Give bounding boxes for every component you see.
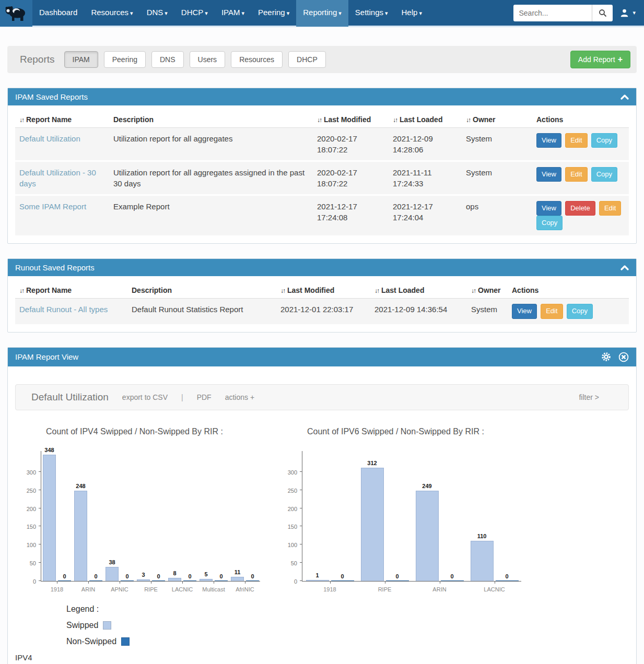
x-tick-mark <box>245 581 245 584</box>
add-report-button[interactable]: Add Report+ <box>570 51 630 68</box>
owner: System <box>467 299 508 325</box>
y-tick-mark <box>39 562 41 563</box>
column-header-description[interactable]: Description <box>109 112 313 128</box>
report-link[interactable]: Some IPAM Report <box>19 202 86 211</box>
column-header-owner[interactable]: ↓↑Owner <box>467 282 508 299</box>
swipped-bar <box>471 541 494 580</box>
nav-item-dhcp[interactable]: DHCP▾ <box>174 0 215 27</box>
swipped-bar <box>74 491 87 580</box>
x-tick-mark <box>182 581 183 584</box>
chevron-down-icon: ▾ <box>385 10 388 16</box>
tab-dns[interactable]: DNS <box>151 51 184 68</box>
column-header-last-loaded[interactable]: ↓↑Last Loaded <box>370 282 467 299</box>
copy-button[interactable]: Copy <box>536 216 563 230</box>
global-search <box>513 5 613 21</box>
sort-icon: ↓↑ <box>317 116 321 124</box>
chevron-down-icon: ▾ <box>165 10 168 16</box>
non-swipped-bar <box>58 580 71 581</box>
panel-title: IPAM Saved Reports <box>15 92 88 101</box>
view-button[interactable]: View <box>536 167 561 182</box>
nav-item-reporting[interactable]: Reporting▾ <box>296 0 348 27</box>
nav-item-resources[interactable]: Resources▾ <box>84 0 139 27</box>
sort-icon: ↓↑ <box>471 287 475 294</box>
copy-button[interactable]: Copy <box>591 133 617 148</box>
provision-logo[interactable] <box>0 0 32 27</box>
gear-icon[interactable] <box>601 352 611 362</box>
export-pdf-link[interactable]: PDF <box>197 393 212 401</box>
ipam-saved-reports-panel: IPAM Saved Reports ↓↑Report Name Descrip… <box>7 88 637 244</box>
chart-title: Count of IPV4 Swipped / Non-Swipped By R… <box>46 427 266 436</box>
search-icon <box>599 9 607 17</box>
tab-resources[interactable]: Resources <box>231 51 283 68</box>
bar-value-label: 312 <box>362 460 383 466</box>
sort-icon: ↓↑ <box>19 287 24 294</box>
x-tick-mark <box>120 581 120 584</box>
bar-value-label: 249 <box>417 483 438 489</box>
ipam-reports-table: ↓↑Report Name Description ↓↑Last Modifie… <box>15 112 629 237</box>
collapse-chevron-up-icon[interactable] <box>620 94 629 100</box>
nav-item-dashboard[interactable]: Dashboard <box>32 0 84 27</box>
close-icon[interactable] <box>618 352 629 362</box>
ipv6-rir-plot: 0501001502002503001019183120RIPE2490ARIN… <box>302 451 521 582</box>
report-description: Default Runout Statistics Report <box>127 299 276 325</box>
y-tick-label: 250 <box>17 488 36 494</box>
edit-button[interactable]: Edit <box>541 304 563 318</box>
view-button[interactable]: View <box>512 304 537 318</box>
tab-peering[interactable]: Peering <box>104 51 146 68</box>
actions-menu-link[interactable]: actions + <box>225 393 254 401</box>
copy-button[interactable]: Copy <box>591 167 617 182</box>
column-header-report-name[interactable]: ↓↑Report Name <box>15 282 127 299</box>
panda-logo-icon <box>5 4 28 22</box>
nav-item-dns[interactable]: DNS▾ <box>140 0 174 27</box>
tab-users[interactable]: Users <box>190 51 226 68</box>
y-tick-label: 300 <box>17 469 36 476</box>
charts-area: Count of IPV4 Swipped / Non-Swipped By R… <box>15 427 629 582</box>
ipv4-rir-chart: Count of IPV4 Swipped / Non-Swipped By R… <box>15 427 266 582</box>
panel-header: Runout Saved Reports <box>8 259 636 276</box>
table-row: Default Utilization - 30 days Utilizatio… <box>15 161 629 195</box>
nav-item-help[interactable]: Help▾ <box>395 0 429 27</box>
column-header-actions: Actions <box>508 282 629 299</box>
search-input[interactable] <box>513 5 592 21</box>
x-tick-mark <box>495 581 495 584</box>
column-header-last-loaded[interactable]: ↓↑Last Loaded <box>389 112 462 128</box>
y-tick-mark <box>39 580 41 581</box>
report-link[interactable]: Default Runout - All types <box>19 305 108 314</box>
nav-item-peering[interactable]: Peering▾ <box>251 0 296 27</box>
nav-item-settings[interactable]: Settings▾ <box>348 0 395 27</box>
search-button[interactable] <box>592 5 613 21</box>
user-menu[interactable]: ▾ <box>620 8 636 17</box>
edit-button[interactable]: Edit <box>565 167 587 182</box>
report-link[interactable]: Default Utilization - 30 days <box>19 168 96 188</box>
view-button[interactable]: View <box>536 133 561 148</box>
swipped-bar <box>43 455 56 581</box>
nav-item-ipam[interactable]: IPAM▾ <box>215 0 251 27</box>
edit-button[interactable]: Edit <box>599 201 621 216</box>
table-row: Default Utilization Utilization report f… <box>15 128 629 161</box>
tab-dhcp[interactable]: DHCP <box>288 51 326 68</box>
last-modified: 2020-02-17 18:07:22 <box>313 128 389 161</box>
swipped-bar <box>416 491 439 581</box>
ipam-report-view-panel: IPAM Report View Default Utilization exp… <box>7 347 637 664</box>
delete-button[interactable]: Delete <box>565 201 595 216</box>
column-header-owner[interactable]: ↓↑Owner <box>462 112 532 128</box>
bar-value-label: 348 <box>39 447 60 453</box>
chevron-down-icon: ▾ <box>287 10 290 16</box>
y-tick-label: 100 <box>278 542 297 548</box>
collapse-chevron-up-icon[interactable] <box>620 265 629 271</box>
export-csv-link[interactable]: export to CSV <box>122 393 168 401</box>
column-header-last-modified[interactable]: ↓↑Last Modified <box>313 112 389 128</box>
report-link[interactable]: Default Utilization <box>19 134 80 143</box>
column-header-last-modified[interactable]: ↓↑Last Modified <box>276 282 370 299</box>
edit-button[interactable]: Edit <box>565 133 587 148</box>
x-tick-mark <box>385 581 385 584</box>
view-button[interactable]: View <box>536 201 561 216</box>
copy-button[interactable]: Copy <box>567 304 593 318</box>
tab-ipam[interactable]: IPAM <box>64 51 98 68</box>
owner: System <box>462 128 532 161</box>
bar-value-label: 38 <box>102 559 123 565</box>
column-header-description[interactable]: Description <box>127 282 276 299</box>
column-header-report-name[interactable]: ↓↑Report Name <box>15 112 109 128</box>
legend-title: Legend : <box>66 604 99 614</box>
filter-toggle-link[interactable]: filter > <box>579 393 599 401</box>
